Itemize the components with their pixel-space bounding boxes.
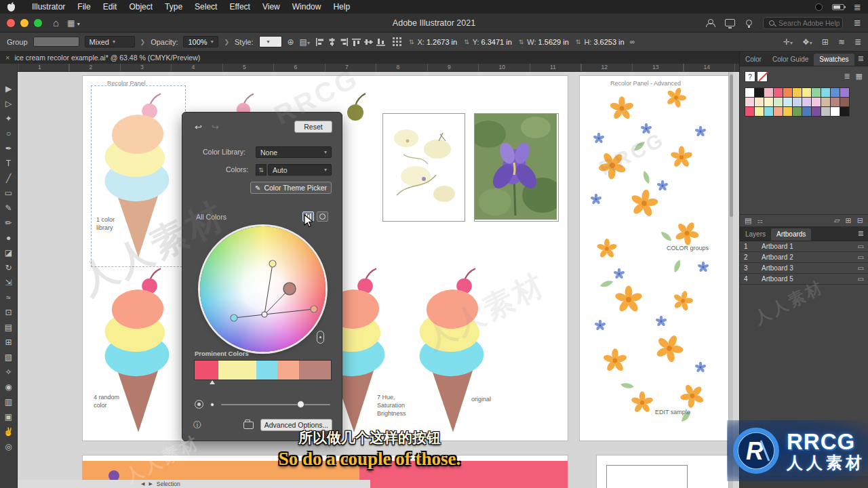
menu-item[interactable]: Object [123, 2, 159, 12]
color-wheel[interactable] [200, 226, 326, 352]
field-stepper[interactable]: ⇅ [576, 39, 581, 45]
tool-button[interactable]: ✒ [1, 141, 17, 156]
document-close-icon[interactable]: × [5, 54, 9, 62]
tool-button[interactable]: ⊞ [1, 335, 17, 350]
slider-min-dot[interactable] [210, 403, 214, 407]
iris-photo-image[interactable] [475, 114, 558, 221]
swatch[interactable] [821, 88, 830, 97]
menu-item[interactable]: Effect [223, 2, 256, 12]
artboard-row[interactable]: 1 Artboard 1 ▭ [740, 241, 868, 252]
field-stepper[interactable]: ⇅ [464, 39, 469, 45]
artboard-row[interactable]: 3 Artboard 3 ▭ [740, 263, 868, 274]
color-theme-picker-button[interactable]: ✎ Color Theme Picker [250, 182, 332, 194]
align-right-icon[interactable] [340, 38, 349, 46]
canvas-area[interactable]: Recolor Panel [18, 72, 739, 488]
prominent-colors-bar[interactable] [195, 361, 331, 380]
document-tab-title[interactable]: ice cream recolor example.ai* @ 63.48 % … [14, 54, 200, 62]
tab-layers[interactable]: Layers [740, 228, 771, 241]
align-vcenter-icon[interactable] [364, 38, 373, 46]
tool-button[interactable]: ✏ [1, 216, 17, 230]
tool-button[interactable]: ⊡ [1, 305, 17, 320]
menu-item[interactable]: Select [189, 2, 223, 12]
apple-menu-icon[interactable] [7, 2, 16, 12]
window-minimize-button[interactable] [20, 19, 28, 27]
help-search-input[interactable] [778, 19, 840, 27]
field-value[interactable]: 1.5629 in [538, 38, 569, 46]
unknown-swatch[interactable]: ? [745, 72, 755, 81]
constrain-proportions-icon[interactable]: ∞ [630, 39, 635, 45]
swatch-kinds-icon[interactable]: ⚏ [757, 218, 762, 224]
menu-item[interactable]: Illustrator [26, 2, 71, 12]
ice-cream-random[interactable] [94, 263, 182, 441]
tool-button[interactable]: ▥ [1, 394, 17, 409]
swatch-libraries-icon[interactable]: ▤ [745, 216, 751, 225]
tool-button[interactable]: ○ [1, 126, 17, 141]
swatch[interactable] [745, 88, 754, 97]
artboard-name[interactable]: Artboard 5 [762, 275, 858, 283]
tool-button[interactable]: ✎ [1, 201, 17, 216]
swatch[interactable] [783, 88, 792, 97]
delete-swatch-icon[interactable]: ⊟ [857, 216, 863, 225]
menu-item[interactable]: View [256, 2, 286, 12]
swatch[interactable] [755, 98, 764, 106]
swatch[interactable] [793, 98, 802, 106]
none-swatch[interactable] [757, 72, 767, 81]
swatch[interactable] [821, 98, 830, 106]
align-bottom-icon[interactable] [376, 38, 385, 46]
home-icon[interactable]: ⌂ [53, 17, 59, 28]
tool-button[interactable]: ▭ [1, 186, 17, 201]
tool-button[interactable]: ● [1, 230, 17, 245]
artboard-row[interactable]: 2 Artboard 2 ▭ [740, 252, 868, 263]
prominent-color-swatch[interactable] [218, 361, 256, 380]
prominent-color-swatch[interactable] [299, 361, 331, 380]
undo-icon[interactable]: ↩ [195, 122, 202, 132]
menu-item[interactable]: Help [327, 2, 356, 12]
artboard-2[interactable]: COLOR groups EDIT sample [580, 76, 729, 441]
workspace-icon[interactable]: ≋ [838, 38, 845, 46]
tool-button[interactable]: ✦ [1, 111, 17, 126]
harmony-link-toggle[interactable] [317, 331, 324, 344]
tab-color-guide[interactable]: Color Guide [767, 54, 814, 66]
artboard-page-icon[interactable]: ▭ [858, 243, 864, 250]
document-setup-icon[interactable]: ⊕ [288, 38, 294, 46]
swatch[interactable] [774, 88, 783, 97]
field-value[interactable]: 3.6253 in [593, 38, 624, 46]
titlebar-menu-icon[interactable]: ≣ [854, 18, 861, 28]
opacity-dropdown[interactable]: 100%▾ [183, 36, 218, 47]
swatch[interactable] [764, 98, 773, 106]
swatch[interactable] [812, 107, 821, 116]
artboard-name[interactable]: Artboard 1 [762, 243, 858, 250]
tool-button[interactable]: ◪ [1, 245, 17, 260]
swatch[interactable] [831, 107, 840, 116]
field-value[interactable]: 6.3471 in [481, 38, 512, 46]
tool-button[interactable]: ✧ [1, 365, 17, 380]
swatch[interactable] [783, 98, 792, 106]
swatch[interactable] [793, 88, 802, 97]
transform-panel-icon[interactable]: ✛▾ [783, 38, 793, 46]
color-wheel-handles[interactable] [200, 226, 326, 352]
artboard-name[interactable]: Artboard 2 [762, 253, 858, 261]
preferences-icon[interactable]: ▤▾ [300, 38, 310, 46]
swatch[interactable] [840, 98, 849, 106]
tool-button[interactable]: ▣ [1, 409, 17, 424]
color-library-dropdown[interactable]: None▾ [256, 146, 332, 158]
redo-icon[interactable]: ↪ [212, 122, 219, 132]
menu-item[interactable]: Type [159, 2, 189, 12]
field-value[interactable]: 1.2673 in [427, 38, 457, 46]
swatch[interactable] [831, 88, 840, 97]
tool-button[interactable]: ⇲ [1, 275, 17, 290]
artboard-page-icon[interactable]: ▭ [858, 253, 864, 261]
swatch[interactable] [802, 88, 811, 97]
artboard-row[interactable]: 4 Artboard 5 ▭ [740, 274, 868, 285]
screen-record-icon[interactable] [815, 3, 823, 11]
ice-cream-pastel[interactable] [94, 88, 182, 266]
tab-swatches[interactable]: Swatches [814, 54, 854, 66]
tool-button[interactable]: ▷ [1, 96, 17, 111]
tool-button[interactable]: ╱ [1, 171, 17, 186]
gpu-preview-icon[interactable] [725, 19, 735, 26]
tool-button[interactable]: ▶ [1, 81, 17, 96]
list-view-icon[interactable]: ≣ [844, 72, 850, 81]
swatch[interactable] [831, 98, 840, 106]
saturation-slider[interactable] [221, 404, 330, 405]
swatch[interactable] [755, 88, 764, 97]
